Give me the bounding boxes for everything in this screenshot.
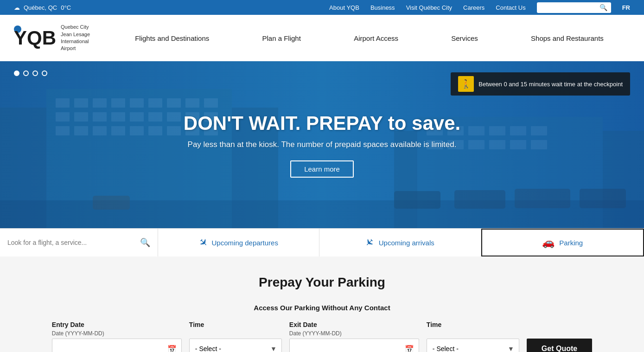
svg-rect-13 [93, 112, 107, 122]
arrivals-label: Upcoming arrivals [379, 239, 434, 247]
main-nav: YQB Quebec City Jean Lesage Internationa… [0, 15, 644, 61]
business-link[interactable]: Business [370, 4, 395, 11]
arrivals-tab[interactable]: ✈ Upcoming arrivals [319, 229, 481, 256]
hero-content: DON'T WAIT. PREPAY to save. Pay less tha… [184, 112, 460, 178]
entry-time-label: Time [189, 321, 282, 328]
svg-rect-45 [394, 191, 440, 209]
logo-area: YQB Quebec City Jean Lesage Internationa… [14, 24, 90, 52]
svg-rect-26 [167, 126, 181, 135]
svg-rect-15 [130, 112, 144, 122]
svg-rect-7 [148, 98, 162, 108]
exit-date-input[interactable] [294, 345, 405, 352]
parking-title: Prepay Your Parking [37, 275, 607, 290]
svg-rect-5 [111, 98, 125, 108]
svg-rect-21 [74, 126, 88, 135]
svg-rect-41 [510, 140, 526, 149]
carousel-dots [14, 70, 47, 76]
exit-calendar-icon[interactable]: 📅 [405, 345, 414, 352]
visit-link[interactable]: Visit Québec City [406, 4, 452, 11]
quick-bar: 🔍 ✈ Upcoming departures ✈ Upcoming arriv… [0, 228, 644, 256]
carousel-dot-4[interactable] [42, 70, 47, 76]
svg-rect-14 [111, 112, 125, 122]
svg-rect-47 [515, 189, 570, 208]
entry-date-input-wrap: 📅 [52, 339, 182, 352]
entry-date-sublabel: Date (YYYY-MM-DD) [52, 330, 182, 337]
quick-search-input[interactable] [7, 239, 140, 246]
exit-time-sublabel [427, 330, 519, 337]
wait-time-badge: 🚶 Between 0 and 15 minutes wait time at … [451, 72, 630, 96]
svg-rect-11 [56, 112, 70, 122]
nav-plan[interactable]: Plan a Flight [253, 34, 310, 42]
entry-calendar-icon[interactable]: 📅 [167, 345, 177, 352]
logo-yqb-text: YQB [14, 28, 56, 48]
logo-subtitle: Quebec City Jean Lesage International Ai… [61, 24, 90, 52]
carousel-dot-2[interactable] [23, 70, 29, 76]
parking-section: Prepay Your Parking Access Our Parking W… [0, 256, 644, 352]
svg-rect-2 [56, 98, 70, 108]
exit-time-select-wrap: - Select - 00:0001:0006:00 07:0008:0012:… [427, 339, 519, 352]
parking-tab[interactable]: 🚗 Parking [481, 229, 644, 256]
svg-rect-25 [148, 126, 162, 135]
wait-text: Between 0 and 15 minutes wait time at th… [478, 81, 623, 88]
hero-section: 🚶 Between 0 and 15 minutes wait time at … [0, 61, 644, 228]
svg-rect-3 [74, 98, 88, 108]
svg-rect-12 [74, 112, 88, 122]
svg-rect-42 [531, 140, 547, 149]
svg-rect-20 [56, 126, 70, 135]
about-link[interactable]: About YQB [329, 4, 359, 11]
carousel-dot-3[interactable] [32, 70, 38, 76]
temperature: 0°C [61, 4, 71, 11]
top-search-wrap: 🔍 [537, 2, 611, 13]
entry-date-input[interactable] [57, 345, 167, 352]
language-toggle[interactable]: FR [622, 4, 630, 11]
parking-form: Entry Date Date (YYYY-MM-DD) 📅 Time - Se… [37, 321, 607, 352]
svg-rect-40 [489, 140, 505, 149]
search-icon: 🔍 [140, 237, 150, 248]
location-temp: Québec, QC [24, 4, 57, 11]
exit-date-input-wrap: 📅 [289, 339, 419, 352]
logo: YQB [14, 28, 56, 48]
nav-links: Flights and Destinations Plan a Flight A… [108, 34, 630, 42]
svg-rect-24 [130, 126, 144, 135]
svg-rect-6 [130, 98, 144, 108]
parking-icon: 🚗 [542, 237, 555, 249]
svg-rect-34 [489, 126, 505, 135]
quick-search-area: 🔍 [0, 229, 158, 256]
svg-rect-44 [93, 196, 130, 210]
svg-rect-9 [185, 98, 199, 108]
exit-date-label: Exit Date [289, 321, 419, 328]
exit-time-select[interactable]: - Select - 00:0001:0006:00 07:0008:0012:… [427, 345, 519, 352]
svg-rect-46 [454, 190, 505, 209]
svg-rect-4 [93, 98, 107, 108]
svg-rect-17 [167, 112, 181, 122]
contact-link[interactable]: Contact Us [496, 4, 525, 11]
svg-rect-35 [510, 126, 526, 135]
nav-flights[interactable]: Flights and Destinations [126, 34, 218, 42]
carousel-dot-1[interactable] [14, 70, 19, 76]
careers-link[interactable]: Careers [463, 4, 485, 11]
top-bar-right: About YQB Business Visit Québec City Car… [329, 2, 630, 13]
parking-label: Parking [559, 239, 583, 247]
nav-shops[interactable]: Shops and Restaurants [522, 34, 613, 42]
svg-rect-22 [93, 126, 107, 135]
exit-date-sublabel: Date (YYYY-MM-DD) [289, 330, 419, 337]
exit-time-label: Time [427, 321, 519, 328]
entry-time-group: Time - Select - 00:0001:0002:00 06:0007:… [189, 321, 282, 352]
get-quote-button[interactable]: Get Quote [527, 339, 592, 352]
exit-time-group: Time - Select - 00:0001:0006:00 07:0008:… [427, 321, 519, 352]
hero-cta-button[interactable]: Learn more [290, 160, 354, 178]
entry-time-select-wrap: - Select - 00:0001:0002:00 06:0007:0008:… [189, 339, 282, 352]
hero-subtitle: Pay less than at the kiosk. The number o… [184, 140, 460, 149]
top-search-icon: 🔍 [599, 4, 607, 11]
parking-subtitle: Access Our Parking Without Any Contact [37, 304, 607, 312]
entry-time-select[interactable]: - Select - 00:0001:0002:00 06:0007:0008:… [190, 345, 281, 352]
svg-rect-39 [468, 140, 485, 149]
exit-date-group: Exit Date Date (YYYY-MM-DD) 📅 [289, 321, 419, 352]
departures-tab[interactable]: ✈ Upcoming departures [158, 229, 320, 256]
entry-time-sublabel [189, 330, 282, 337]
top-bar: ☁ Québec, QC 0°C About YQB Business Visi… [0, 0, 644, 15]
svg-rect-48 [580, 189, 626, 208]
departures-icon: ✈ [196, 235, 210, 250]
nav-access[interactable]: Airport Access [344, 34, 408, 42]
nav-services[interactable]: Services [442, 34, 487, 42]
